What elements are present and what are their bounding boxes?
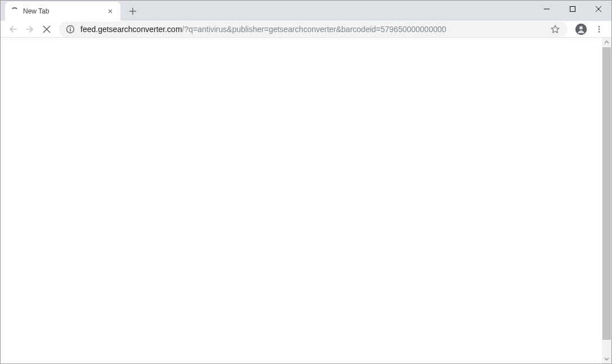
svg-point-17 <box>598 31 600 33</box>
star-icon <box>551 25 560 34</box>
arrow-left-icon <box>8 24 18 34</box>
arrow-right-icon <box>25 24 35 34</box>
svg-point-16 <box>598 28 600 30</box>
window-close-button[interactable] <box>586 1 611 17</box>
url-text: feed.getsearchconverter.com/?q=antivirus… <box>80 25 545 34</box>
stop-reload-button[interactable] <box>39 21 55 37</box>
close-icon <box>108 9 112 14</box>
minimize-button[interactable] <box>534 1 560 17</box>
svg-rect-12 <box>70 29 71 32</box>
svg-point-14 <box>579 26 583 29</box>
tab-close-button[interactable] <box>106 7 115 16</box>
loading-spinner-icon <box>11 7 19 15</box>
scroll-down-button[interactable] <box>602 354 611 363</box>
svg-rect-5 <box>570 7 575 12</box>
site-info-button[interactable] <box>66 25 75 34</box>
back-button[interactable] <box>5 21 21 37</box>
stop-icon <box>43 25 51 33</box>
maximize-button[interactable] <box>560 1 586 17</box>
tab-active[interactable]: New Tab <box>5 2 120 21</box>
svg-point-11 <box>70 27 71 28</box>
avatar-icon <box>575 24 587 35</box>
dots-vertical-icon <box>595 25 603 33</box>
bookmark-button[interactable] <box>550 24 561 35</box>
info-icon <box>66 25 75 34</box>
scroll-up-button[interactable] <box>602 38 611 47</box>
profile-button[interactable] <box>573 21 589 37</box>
forward-button[interactable] <box>22 21 38 37</box>
menu-button[interactable] <box>591 21 607 37</box>
scrollbar-vertical[interactable] <box>602 38 611 363</box>
close-icon <box>596 6 601 12</box>
page-content <box>1 38 611 363</box>
scrollbar-thumb[interactable] <box>602 47 611 340</box>
url-domain: feed.getsearchconverter.com <box>80 25 182 34</box>
chevron-up-icon <box>604 40 609 45</box>
new-tab-button[interactable] <box>125 3 141 19</box>
window-controls <box>534 1 611 21</box>
tab-strip: New Tab <box>1 1 611 21</box>
toolbar: feed.getsearchconverter.com/?q=antivirus… <box>1 21 611 38</box>
minimize-icon <box>544 6 550 12</box>
maximize-icon <box>570 6 575 12</box>
address-bar[interactable]: feed.getsearchconverter.com/?q=antivirus… <box>59 21 568 37</box>
svg-point-15 <box>598 26 600 28</box>
tab-title: New Tab <box>23 7 106 15</box>
plus-icon <box>129 7 137 15</box>
chevron-down-icon <box>604 356 609 361</box>
url-path: /?q=antivirus&publisher=getsearchconvert… <box>182 25 447 34</box>
